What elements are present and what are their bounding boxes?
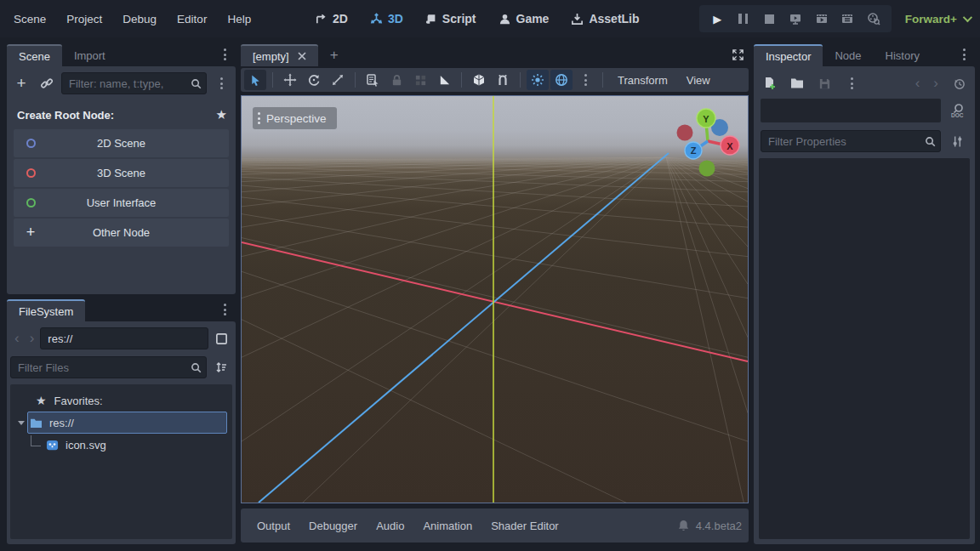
history-list-button[interactable] — [948, 73, 970, 94]
play-button[interactable]: ▶ — [706, 9, 728, 29]
pause-icon — [738, 14, 742, 24]
godot-file-icon — [46, 439, 59, 452]
menu-debug[interactable]: Debug — [112, 13, 167, 26]
stop-icon — [765, 14, 774, 24]
group-selected-button[interactable] — [409, 70, 431, 90]
lock-selected-button[interactable] — [385, 70, 407, 90]
bottom-tab-output[interactable]: Output — [248, 520, 299, 532]
magnet-icon — [496, 73, 510, 87]
search-icon — [191, 78, 202, 89]
new-resource-button[interactable] — [759, 73, 781, 94]
move-tool-button[interactable] — [279, 70, 301, 90]
selection-list-button[interactable] — [362, 70, 384, 90]
expand-viewport-button[interactable] — [726, 44, 749, 65]
file-sort-button[interactable] — [210, 357, 232, 378]
workspace-script-button[interactable]: Script — [419, 12, 483, 26]
tree-row-res[interactable]: res:// — [10, 412, 232, 434]
workspace-game-label: Game — [516, 12, 550, 26]
axis-neg-x-ball[interactable] — [677, 125, 693, 141]
use-local-space-button[interactable] — [468, 70, 490, 90]
projection-menu[interactable]: Perspective — [253, 107, 337, 129]
2d-axes-icon — [315, 13, 328, 26]
tab-import[interactable]: Import — [62, 44, 117, 66]
axis-z-label: Z — [691, 145, 697, 156]
play-scene-button[interactable] — [811, 9, 833, 29]
tab-node[interactable]: Node — [823, 44, 873, 66]
axis-gizmo[interactable]: Z Y X — [672, 105, 744, 177]
add-node-button[interactable]: + — [10, 73, 32, 94]
favorites-star-icon[interactable]: ★ — [216, 107, 227, 122]
nav-back-button[interactable]: ‹ — [10, 330, 24, 347]
preview-environment-button[interactable] — [550, 70, 573, 90]
axis-neg-y-ball[interactable] — [699, 161, 715, 177]
load-resource-button[interactable] — [786, 73, 808, 94]
select-tool-button[interactable] — [244, 70, 266, 90]
instantiate-scene-button[interactable] — [36, 73, 58, 94]
new-scene-tab-button[interactable]: + — [318, 44, 350, 66]
nav-forward-button[interactable]: › — [26, 330, 39, 347]
favorites-header[interactable]: ★ Favorites: — [10, 389, 232, 412]
bottom-tab-audio[interactable]: Audio — [367, 520, 413, 532]
filter-properties-input[interactable] — [761, 130, 941, 152]
bottom-tab-debugger[interactable]: Debugger — [299, 520, 367, 532]
pause-button[interactable] — [732, 9, 755, 29]
movie-maker-button[interactable] — [863, 9, 885, 29]
menu-help[interactable]: Help — [217, 13, 261, 26]
workspace-2d-label: 2D — [333, 12, 348, 26]
rotate-tool-button[interactable] — [303, 70, 325, 90]
notification-bell-icon[interactable] — [678, 520, 689, 531]
ruler-tool-button[interactable] — [433, 70, 455, 90]
scene-tree-menu-button[interactable] — [210, 73, 232, 94]
chevron-down-icon[interactable] — [18, 421, 25, 425]
tab-history[interactable]: History — [874, 44, 932, 66]
tab-filesystem[interactable]: FileSystem — [7, 299, 85, 321]
inspector-dock-menu-button[interactable] — [953, 44, 975, 65]
transform-menu[interactable]: Transform — [609, 74, 676, 87]
search-docs-button[interactable]: DOC — [946, 100, 968, 121]
scene-filter-input[interactable] — [61, 72, 207, 94]
view-menu[interactable]: View — [678, 74, 719, 87]
workspace-assetlib-button[interactable]: AssetLib — [564, 12, 646, 26]
search-icon — [925, 136, 936, 147]
preview-sun-button[interactable] — [527, 70, 549, 90]
snap-toggle-button[interactable] — [492, 70, 514, 90]
game-icon — [499, 13, 511, 26]
menu-project[interactable]: Project — [56, 13, 112, 26]
history-back-button[interactable]: ‹ — [911, 75, 925, 92]
menu-scene[interactable]: Scene — [3, 13, 56, 26]
history-forward-button[interactable]: › — [929, 75, 943, 92]
create-user-interface-button[interactable]: User Interface — [14, 189, 229, 217]
create-other-node-button[interactable]: + Other Node — [14, 219, 229, 247]
resource-path-field[interactable] — [40, 327, 208, 349]
workspace-game-button[interactable]: Game — [492, 12, 556, 26]
bottom-tab-animation[interactable]: Animation — [413, 520, 481, 532]
close-icon[interactable] — [298, 52, 306, 60]
tree-row-icon-svg[interactable]: icon.svg — [10, 434, 232, 456]
toggle-split-mode-button[interactable] — [210, 328, 232, 349]
renderer-selector[interactable]: Forward+ — [905, 0, 970, 37]
3d-axes-icon — [370, 13, 383, 26]
viewport-3d[interactable]: Perspective Z Y X — [241, 95, 749, 503]
tab-scene[interactable]: Scene — [7, 44, 62, 66]
create-2d-scene-button[interactable]: 2D Scene — [14, 129, 229, 157]
workspace-3d-button[interactable]: 3D — [363, 12, 410, 26]
bottom-tab-shader-editor[interactable]: Shader Editor — [481, 520, 568, 532]
workspace-2d-button[interactable]: 2D — [308, 12, 355, 26]
stop-button[interactable] — [758, 9, 780, 29]
save-resource-button[interactable] — [813, 73, 835, 94]
menu-editor[interactable]: Editor — [167, 13, 217, 26]
property-name-style-button[interactable] — [946, 131, 968, 151]
tab-inspector[interactable]: Inspector — [754, 44, 823, 66]
sun-environment-settings-button[interactable] — [574, 70, 596, 90]
filter-files-input[interactable] — [10, 356, 207, 378]
play-custom-scene-button[interactable] — [836, 9, 858, 29]
filesystem-menu-button[interactable] — [214, 299, 236, 320]
scene-dock-menu-button[interactable] — [214, 44, 236, 65]
star-icon: ★ — [36, 394, 47, 407]
remote-debug-button[interactable] — [784, 9, 806, 29]
create-3d-scene-button[interactable]: 3D Scene — [14, 159, 229, 187]
scene-tab-empty[interactable]: [empty] — [241, 44, 318, 66]
scale-tool-button[interactable] — [327, 70, 349, 90]
resource-extra-menu-button[interactable] — [840, 73, 863, 94]
tune-icon — [951, 135, 964, 148]
